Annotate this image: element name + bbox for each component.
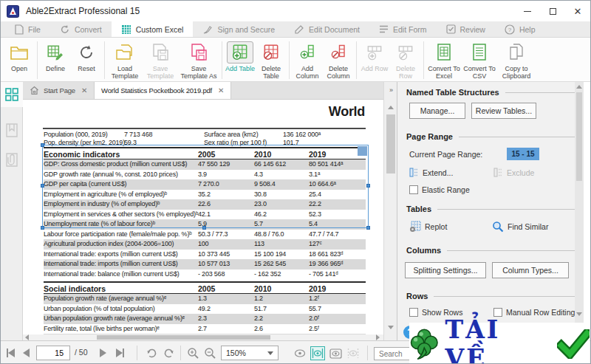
- delete-table-button[interactable]: Delete Table: [256, 39, 287, 81]
- home-icon: [30, 86, 39, 95]
- checkbox-icon[interactable]: [409, 308, 418, 317]
- manage-button[interactable]: Manage...: [409, 103, 465, 119]
- sign-icon: [202, 24, 213, 35]
- panel-scroll-down-arrow[interactable]: [576, 312, 582, 316]
- close-button[interactable]: ✕: [565, 1, 590, 21]
- table-row: GDP: Gross domestic product (million cur…: [44, 159, 366, 170]
- reset-button[interactable]: Reset: [71, 39, 102, 81]
- horizontal-scrollbar[interactable]: [23, 334, 383, 340]
- sidebar-bookmarks-button[interactable]: [1, 117, 23, 142]
- table-row: Population growth rate (average annual %…: [44, 294, 366, 304]
- add-row-button: Add Row: [359, 39, 390, 81]
- rotate-ccw-icon: [163, 347, 175, 360]
- maximize-button[interactable]: [540, 1, 565, 21]
- replot-icon: [409, 221, 421, 233]
- last-page-button[interactable]: [116, 341, 124, 364]
- find-similar-icon: [492, 221, 504, 233]
- panel-scrollbar[interactable]: [575, 82, 584, 340]
- exclude-button: Exclude: [493, 168, 534, 177]
- splitting-settings-button[interactable]: Splitting Settings...: [405, 262, 486, 278]
- first-page-button[interactable]: [7, 341, 15, 364]
- open-button[interactable]: Open: [4, 39, 35, 81]
- save-template-button: Save Template: [143, 39, 178, 81]
- delete-table-icon: [262, 43, 281, 62]
- tab-file[interactable]: File: [5, 21, 50, 37]
- tab-review[interactable]: Review: [437, 21, 495, 37]
- tab-help[interactable]: ? Help: [495, 21, 545, 37]
- page-range-heading: Page Range: [406, 132, 578, 141]
- tab-custom-excel[interactable]: Custom Excel: [112, 21, 194, 37]
- view-single-page-button[interactable]: [293, 346, 307, 360]
- copy-to-clipboard-button[interactable]: Copy to Clipboard: [497, 39, 536, 81]
- eye-dashed-icon: [347, 348, 359, 358]
- next-page-button[interactable]: [100, 341, 106, 364]
- table-row: Agricultural production index (2004-2006…: [44, 239, 366, 250]
- horizontal-scrollbar-thumb[interactable]: [97, 335, 270, 340]
- view-continuous-button[interactable]: [310, 346, 325, 360]
- table-row: GDP per capita (current US$)7 270.09 508…: [44, 179, 366, 190]
- custom-excel-panel: Named Table Structures Manage... Review …: [397, 82, 584, 340]
- add-table-button[interactable]: Add Table: [225, 39, 256, 81]
- checkbox-icon[interactable]: [409, 185, 418, 194]
- page-number-input[interactable]: [36, 346, 70, 360]
- minimize-button[interactable]: [515, 1, 540, 21]
- page-range-value[interactable]: 15 - 15: [507, 148, 539, 160]
- document-viewport[interactable]: World Population (000, 2019)7 713 468Sur…: [23, 100, 383, 334]
- tab-edit-form[interactable]: Edit Form: [369, 21, 437, 37]
- application-window: Able2Extract Professional 15 ✕ File Conv…: [0, 0, 591, 364]
- scroll-up-arrow[interactable]: [388, 106, 394, 109]
- panel-scrollbar-thumb[interactable]: [576, 92, 582, 181]
- convert-to-excel-button[interactable]: Convert To Excel: [426, 39, 462, 81]
- table-row: Labour force participation rate (female/…: [44, 230, 366, 240]
- load-template-button[interactable]: Load Template: [107, 39, 143, 81]
- view-facing-button[interactable]: [328, 346, 343, 360]
- rotate-clockwise-button[interactable]: [146, 341, 158, 364]
- close-doc-tab-icon[interactable]: ✕: [218, 86, 224, 95]
- review-tables-button[interactable]: Review Tables...: [471, 103, 536, 119]
- review-icon: [446, 24, 456, 34]
- social-header-row: Social indicators200520102019: [44, 281, 366, 294]
- selection-handle[interactable]: [366, 226, 370, 230]
- table-row: Urban population growth rate (average an…: [44, 314, 366, 324]
- bookmarks-icon: [6, 123, 18, 137]
- panel-scroll-up-arrow[interactable]: [576, 85, 582, 89]
- define-button[interactable]: Define: [40, 39, 71, 81]
- add-column-button[interactable]: Add Column: [292, 39, 323, 81]
- extend-button[interactable]: Extend...: [409, 168, 453, 177]
- delete-column-button[interactable]: Delete Column: [323, 39, 354, 81]
- file-icon: [15, 24, 24, 35]
- sidebar-thumbnails-button[interactable]: [1, 82, 23, 107]
- collapse-panel-button[interactable]: »: [386, 84, 396, 96]
- replot-button[interactable]: Replot: [409, 221, 447, 233]
- rows-heading: Rows: [406, 292, 578, 301]
- scroll-right-arrow[interactable]: [376, 334, 380, 340]
- column-types-button[interactable]: Column Types...: [492, 262, 569, 278]
- previous-page-button[interactable]: [23, 341, 30, 364]
- scroll-left-arrow[interactable]: [25, 334, 29, 340]
- rotate-counterclockwise-button[interactable]: [163, 341, 175, 364]
- tab-convert[interactable]: Convert: [50, 21, 112, 37]
- edit-form-icon: [379, 24, 389, 34]
- view-continuous-facing-button: [346, 346, 361, 360]
- close-start-tab-icon[interactable]: ✕: [81, 86, 87, 95]
- save-template-as-button[interactable]: Save Template As: [178, 39, 219, 81]
- tab-sign-and-secure[interactable]: Sign and Secure: [193, 21, 284, 37]
- eye-page-icon: [329, 348, 342, 359]
- tab-document[interactable]: World Statistics Pocketbook 2019.pdf ✕: [94, 82, 231, 99]
- convert-to-csv-button[interactable]: Convert To CSV: [462, 39, 497, 81]
- vertical-scrollbar-thumb[interactable]: [386, 114, 395, 174]
- selection-handle[interactable]: [366, 184, 370, 188]
- sidebar-attachments-button[interactable]: [1, 147, 23, 172]
- scroll-down-arrow[interactable]: [388, 326, 394, 329]
- tab-start-page[interactable]: Start Page ✕: [23, 82, 94, 99]
- zoom-out-button[interactable]: [204, 341, 216, 364]
- zoom-out-icon: [204, 347, 216, 360]
- columns-heading: Columns: [406, 246, 578, 255]
- rotate-cw-icon: [146, 347, 158, 360]
- econ-rows: GDP: Gross domestic product (million cur…: [44, 159, 366, 279]
- zoom-in-button[interactable]: [187, 341, 199, 364]
- find-similar-button[interactable]: Find Similar: [492, 221, 548, 233]
- elastic-range-checkbox[interactable]: Elastic Range: [409, 185, 470, 194]
- zoom-level-select[interactable]: 150%: [221, 346, 279, 360]
- tab-edit-document[interactable]: Edit Document: [284, 21, 369, 37]
